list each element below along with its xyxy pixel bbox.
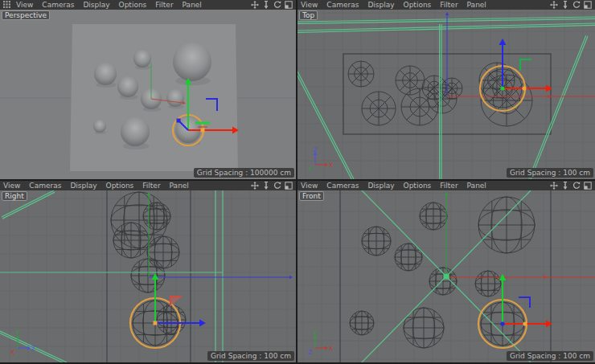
menu-view[interactable]: View bbox=[16, 0, 33, 10]
sphere-wireframe[interactable] bbox=[420, 202, 447, 230]
svg-text:Y: Y bbox=[307, 166, 312, 173]
menu-display[interactable]: Display bbox=[83, 0, 109, 10]
menu-options[interactable]: Options bbox=[119, 0, 147, 10]
sphere-object[interactable] bbox=[173, 43, 211, 85]
viewport-perspective[interactable]: ViewCamerasDisplayOptionsFilterPanel Per… bbox=[0, 0, 296, 179]
sphere-wireframe[interactable] bbox=[362, 92, 396, 125]
scene-canvas[interactable]: YZX bbox=[0, 190, 296, 362]
sphere-wireframe[interactable] bbox=[441, 78, 462, 99]
svg-text:X: X bbox=[329, 345, 333, 352]
sphere-wireframe[interactable] bbox=[396, 66, 425, 95]
pan-icon[interactable] bbox=[550, 182, 558, 190]
menu-filter[interactable]: Filter bbox=[440, 181, 458, 190]
svg-text:Z: Z bbox=[313, 146, 317, 153]
menu-view[interactable]: View bbox=[3, 181, 20, 190]
sphere-object[interactable] bbox=[117, 76, 138, 100]
viewport-label: Perspective bbox=[2, 10, 50, 20]
svg-text:Y: Y bbox=[15, 329, 20, 337]
menu-display[interactable]: Display bbox=[70, 181, 96, 190]
grid-spacing-readout: Grid Spacing : 100 cm bbox=[507, 168, 593, 178]
pan-icon[interactable] bbox=[550, 1, 558, 9]
viewport-menu-bar: ViewCamerasDisplayOptionsFilterPanel bbox=[298, 0, 595, 10]
rotate-icon[interactable] bbox=[273, 182, 281, 190]
menu-panel[interactable]: Panel bbox=[183, 0, 202, 10]
scene-canvas[interactable] bbox=[0, 10, 296, 179]
dolly-icon[interactable] bbox=[561, 1, 569, 9]
viewport-label: Top bbox=[299, 10, 318, 20]
menu-panel[interactable]: Panel bbox=[467, 181, 486, 190]
menu-filter[interactable]: Filter bbox=[155, 0, 173, 10]
sphere-object[interactable] bbox=[133, 50, 151, 69]
rotate-icon[interactable] bbox=[273, 1, 281, 9]
grid-dots-icon bbox=[3, 1, 11, 9]
viewport-menu-bar: ViewCamerasDisplayOptionsFilterPanel bbox=[0, 0, 296, 10]
maximize-icon[interactable] bbox=[285, 182, 293, 190]
sphere-wireframe[interactable] bbox=[113, 223, 149, 258]
sphere-wireframe[interactable] bbox=[475, 271, 501, 297]
sphere-wireframe[interactable] bbox=[362, 227, 391, 256]
sphere-wireframe[interactable] bbox=[422, 76, 446, 100]
viewport-label: Right bbox=[2, 191, 27, 201]
sphere-wireframe[interactable] bbox=[131, 259, 165, 292]
menu-view[interactable]: View bbox=[301, 181, 318, 190]
rotate-icon[interactable] bbox=[572, 182, 581, 190]
menu-cameras[interactable]: Cameras bbox=[42, 0, 74, 10]
viewport-right[interactable]: ViewCamerasDisplayOptionsFilterPanel YZX… bbox=[0, 181, 296, 362]
world-axis-lines bbox=[444, 192, 595, 279]
menu-panel[interactable]: Panel bbox=[467, 0, 486, 10]
maximize-icon[interactable] bbox=[584, 1, 592, 9]
dolly-icon[interactable] bbox=[561, 182, 569, 190]
sphere-object[interactable] bbox=[93, 120, 106, 134]
menu-display[interactable]: Display bbox=[367, 0, 394, 10]
viewport-canvas[interactable]: ZXY Top Grid Spacing : 100 cm bbox=[298, 10, 595, 179]
dolly-icon[interactable] bbox=[262, 1, 270, 9]
menu-panel[interactable]: Panel bbox=[170, 181, 189, 190]
menu-filter[interactable]: Filter bbox=[440, 0, 458, 10]
menu-cameras[interactable]: Cameras bbox=[326, 0, 359, 10]
maximize-icon[interactable] bbox=[584, 182, 592, 190]
rotate-icon[interactable] bbox=[572, 1, 581, 9]
sphere-wireframe[interactable] bbox=[143, 202, 170, 230]
svg-text:X: X bbox=[329, 162, 333, 169]
viewport-top[interactable]: ViewCamerasDisplayOptionsFilterPanel ZXY… bbox=[298, 0, 595, 179]
menu-options[interactable]: Options bbox=[404, 0, 432, 10]
viewport-front[interactable]: ViewCamerasDisplayOptionsFilterPanel YXZ… bbox=[298, 181, 595, 362]
scene-canvas[interactable]: ZXY bbox=[298, 10, 595, 179]
maximize-icon[interactable] bbox=[285, 1, 293, 9]
sphere-wireframe[interactable] bbox=[478, 197, 535, 253]
sphere-wireframe[interactable] bbox=[147, 236, 179, 268]
grid-spacing-readout: Grid Spacing : 100 cm bbox=[207, 351, 294, 361]
axis-orientation-indicator: YXZ bbox=[308, 329, 333, 356]
viewport-canvas[interactable]: YZX Right Grid Spacing : 100 cm bbox=[0, 190, 296, 362]
sphere-wireframe[interactable] bbox=[348, 61, 374, 87]
sphere-wireframe[interactable] bbox=[350, 311, 374, 335]
menu-options[interactable]: Options bbox=[404, 181, 432, 190]
menu-view[interactable]: View bbox=[301, 0, 318, 10]
scene-canvas[interactable]: YXZ bbox=[298, 190, 595, 362]
grid-spacing-readout: Grid Spacing : 100000 cm bbox=[194, 168, 294, 178]
menu-cameras[interactable]: Cameras bbox=[29, 181, 61, 190]
menu-display[interactable]: Display bbox=[367, 181, 394, 190]
sphere-wireframe[interactable] bbox=[111, 192, 167, 248]
viewport-menu-bar: ViewCamerasDisplayOptionsFilterPanel bbox=[0, 181, 296, 190]
menu-cameras[interactable]: Cameras bbox=[326, 181, 359, 190]
dolly-icon[interactable] bbox=[262, 182, 270, 190]
sphere-object[interactable] bbox=[94, 63, 117, 88]
pan-icon[interactable] bbox=[251, 1, 259, 9]
sphere-wireframe[interactable] bbox=[157, 305, 186, 334]
viewport-canvas[interactable]: YXZ Front Grid Spacing : 100 cm bbox=[298, 190, 595, 362]
axis-orientation-indicator: ZXY bbox=[307, 146, 333, 173]
menu-filter[interactable]: Filter bbox=[142, 181, 160, 190]
sphere-wireframe[interactable] bbox=[429, 268, 457, 295]
grid-spacing-readout: Grid Spacing : 100 cm bbox=[507, 351, 593, 361]
viewport-canvas[interactable]: Perspective Grid Spacing : 100000 cm bbox=[0, 10, 296, 179]
svg-text:Z: Z bbox=[308, 349, 312, 356]
sphere-object[interactable] bbox=[121, 117, 150, 149]
axis-orientation-indicator: YZX bbox=[10, 329, 35, 356]
pan-icon[interactable] bbox=[251, 182, 259, 190]
menu-options[interactable]: Options bbox=[106, 181, 134, 190]
svg-text:X: X bbox=[10, 349, 14, 356]
sphere-object[interactable] bbox=[166, 89, 184, 108]
svg-text:Y: Y bbox=[313, 329, 318, 337]
svg-text:Z: Z bbox=[31, 345, 35, 352]
